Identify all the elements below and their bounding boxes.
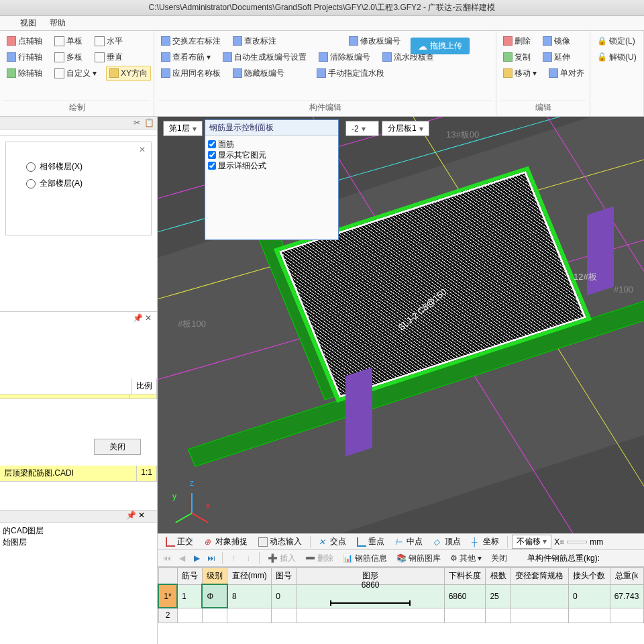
col-len[interactable]: 下料长度	[444, 568, 486, 585]
surface-rebar-chk[interactable]: 面筋	[208, 139, 335, 150]
left-panel: ✂ 📋 ✕ 相邻楼层(X) 全部楼层(A) 📌 ✕ 比例 关闭 层顶梁配筋图.C…	[0, 117, 158, 644]
lock-btn[interactable]: 🔒锁定(L)	[594, 34, 638, 48]
apex-btn[interactable]: ◇顶点	[429, 534, 465, 549]
xy-direction-btn[interactable]: XY方向	[106, 66, 151, 81]
clear-slab-num-btn[interactable]: 清除板编号	[316, 50, 373, 64]
close-button[interactable]: 关闭	[94, 439, 141, 455]
ribbon: 点辅轴 单板 水平 行辅轴 多板 垂直 除辅轴 自定义▾ XY方向 绘制 交换左…	[0, 31, 644, 117]
delete-btn[interactable]: 删除	[500, 34, 533, 48]
col-fig[interactable]: 图号	[272, 568, 297, 585]
multi-slab-chk[interactable]: 多板	[52, 50, 85, 64]
custom-chk[interactable]: 自定义▾	[52, 66, 99, 80]
offset-dropdown[interactable]: 不偏移	[512, 535, 551, 549]
col-wt[interactable]: 总重(k	[610, 568, 643, 585]
x-coord-input[interactable]	[567, 541, 587, 543]
view-rebar-btn[interactable]: 查看布筋▾	[158, 50, 213, 64]
sublayer-dropdown[interactable]: 分层板1	[382, 121, 429, 136]
cad-layer-item[interactable]: 的CAD图层	[3, 525, 154, 537]
cad-file-row[interactable]: 层顶梁配筋图.CADI	[0, 466, 137, 481]
adjacent-floor-radio[interactable]: 相邻楼层(X)	[26, 161, 131, 172]
axis-gizmo: z y x	[171, 480, 211, 520]
copy-btn[interactable]: 复制	[500, 50, 533, 64]
menu-help[interactable]: 帮助	[50, 17, 66, 29]
rebar-info-btn[interactable]: 📊钢筋信息	[340, 551, 390, 566]
all-floor-radio[interactable]: 全部楼层(A)	[26, 178, 131, 189]
perpendicular-btn[interactable]: 垂点	[353, 534, 388, 549]
dyn-input-btn[interactable]: 动态输入	[254, 534, 306, 549]
col-joint[interactable]: 接头个数	[568, 568, 610, 585]
floor-scope-panel: ✕ 相邻楼层(X) 全部楼层(A)	[5, 142, 152, 235]
osnap-btn[interactable]: ⊕对象捕捉	[200, 534, 252, 549]
ortho-btn[interactable]: 正交	[162, 534, 197, 549]
menu-bar: 视图 帮助	[0, 16, 644, 31]
coord-btn[interactable]: ┼坐标	[468, 534, 503, 549]
down-btn[interactable]: ↓	[243, 553, 254, 564]
table-row[interactable]: 1* 1 Φ 8 0 6860 6860 25 0 67.743	[158, 584, 644, 608]
show-other-chk[interactable]: 显示其它图元	[208, 150, 335, 160]
remove-aux-btn[interactable]: 除辅轴	[4, 66, 45, 80]
close-rebar-btn[interactable]: 关闭	[488, 551, 510, 566]
drag-upload-btn[interactable]: 拖拽上传	[411, 38, 470, 54]
col-num[interactable]: 筋号	[177, 568, 202, 585]
total-weight-label: 单构件钢筋总重(kg):	[527, 553, 600, 564]
intersection-btn[interactable]: ✕交点	[315, 534, 350, 549]
label-13: 13#板00	[446, 129, 479, 141]
rebar-lib-btn[interactable]: 📚钢筋图库	[394, 551, 443, 566]
rebar-table: 筋号 级别 直径(mm) 图号 图形 下料长度 根数 变径套筒规格 接头个数 总…	[158, 567, 644, 644]
insert-btn[interactable]: ➕插入	[265, 551, 299, 566]
prev-btn[interactable]: ◀	[176, 553, 187, 564]
col-qty[interactable]: 根数	[486, 568, 511, 585]
menu-view[interactable]: 视图	[20, 17, 36, 29]
midpoint-btn[interactable]: ⊢中点	[391, 534, 427, 549]
panel-title: 钢筋显示控制面板	[205, 120, 338, 136]
lock-icon: 🔒	[597, 36, 607, 46]
next-btn[interactable]: ▶	[191, 553, 202, 564]
aux-row-btn[interactable]: 行辅轴	[4, 50, 45, 64]
up-btn[interactable]: ↑	[228, 553, 239, 564]
label-100a: #板100	[178, 318, 206, 330]
ribbon-label-edit: 编辑	[500, 100, 586, 113]
check-annot-btn[interactable]: 查改标注	[230, 34, 279, 48]
first-btn[interactable]: ⏮	[162, 553, 172, 564]
cad-layer-item[interactable]: 始图层	[3, 537, 154, 548]
cad-layer-panel: 📌 ✕ 的CAD图层 始图层	[0, 510, 157, 644]
apply-same-name-btn[interactable]: 应用同名称板	[158, 66, 223, 80]
viewport-3d[interactable]: SLJ-2 C8@150 12#板 #板100 13#板00 #100 z y …	[158, 117, 644, 533]
swap-annot-btn[interactable]: 交换左右标注	[158, 34, 223, 48]
scale-header: 比例	[132, 378, 157, 394]
cut-icon[interactable]: ✂	[133, 118, 140, 127]
col-sleeve[interactable]: 变径套筒规格	[511, 568, 568, 585]
ribbon-label-edit-comp: 构件编辑	[158, 100, 492, 113]
unlock-btn[interactable]: 🔓解锁(U)	[594, 50, 639, 64]
align-btn[interactable]: 单对齐	[546, 66, 587, 80]
rebar-shape-icon	[330, 602, 411, 604]
other-btn[interactable]: ⚙其他▾	[447, 551, 484, 566]
mirror-btn[interactable]: 镜像	[540, 34, 573, 48]
delete-row-btn[interactable]: ➖删除	[303, 551, 336, 566]
ribbon-label-draw: 绘制	[4, 100, 150, 113]
table-row[interactable]: 2	[158, 608, 644, 623]
copy-icon[interactable]: 📋	[144, 118, 154, 127]
extend-btn[interactable]: 延伸	[540, 50, 573, 64]
single-slab-chk[interactable]: 单板	[52, 34, 85, 48]
move-btn[interactable]: 移动▾	[500, 66, 539, 80]
hide-slab-num-btn[interactable]: 隐藏板编号	[230, 66, 287, 80]
vertical-chk[interactable]: 垂直	[92, 50, 125, 64]
label-100b: #100	[614, 284, 633, 294]
title-text: C:\Users\Administrator\Documents\GrandSo…	[149, 2, 496, 13]
show-detail-chk[interactable]: 显示详细公式	[208, 160, 335, 171]
col-grade[interactable]: 级别	[202, 568, 227, 585]
panel-header: ✂ 📋	[0, 117, 157, 129]
layer-num-dropdown[interactable]: -2	[345, 121, 379, 136]
col-dia[interactable]: 直径(mm)	[227, 568, 272, 585]
title-bar: C:\Users\Administrator\Documents\GrandSo…	[0, 0, 644, 16]
edit-slab-num-btn[interactable]: 修改板编号	[346, 34, 403, 48]
horizontal-chk[interactable]: 水平	[92, 34, 125, 48]
last-btn[interactable]: ⏭	[206, 553, 217, 564]
manual-flow-btn[interactable]: 手动指定流水段	[314, 66, 387, 80]
aux-point-btn[interactable]: 点辅轴	[4, 34, 45, 48]
floor-dropdown[interactable]: 第1层	[163, 121, 203, 136]
rebar-display-panel[interactable]: 钢筋显示控制面板 面筋 显示其它图元 显示详细公式	[205, 119, 339, 240]
close-icon[interactable]: ✕	[139, 145, 146, 154]
auto-slab-num-btn[interactable]: 自动生成板编号设置	[220, 50, 309, 64]
